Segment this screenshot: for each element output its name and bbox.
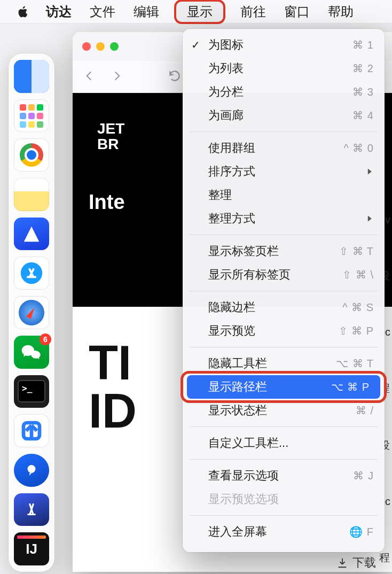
menu-item-label: 整理 (208, 187, 374, 203)
menubar-item-help[interactable]: 帮助 (325, 0, 357, 23)
menu-item[interactable]: 整理方式 (183, 207, 385, 230)
menu-item-label: 为画廊 (208, 107, 352, 123)
menu-separator (189, 131, 378, 132)
menu-item[interactable]: 显示所有标签页⇧ ⌘ \ (183, 263, 385, 286)
menu-separator (189, 426, 378, 427)
reload-button[interactable] (168, 69, 182, 85)
menu-item-label: 为列表 (208, 60, 352, 76)
menu-item-label: 显示预览 (208, 323, 339, 339)
menu-separator (189, 459, 378, 460)
menu-item-label: 显示路径栏 (208, 379, 331, 395)
menu-shortcut: ⌘ 1 (352, 38, 374, 51)
dock: 6 >_ IJ (9, 53, 54, 572)
menu-separator (189, 291, 378, 291)
sliver-text: 程 (379, 550, 392, 565)
dock-launchpad-icon[interactable] (14, 99, 49, 133)
check-icon: ✓ (191, 38, 200, 51)
menu-item[interactable]: 整理 (183, 183, 385, 207)
menu-shortcut: ⇧ ⌘ \ (342, 268, 374, 281)
menu-shortcut: ^ ⌘ S (342, 301, 374, 314)
menubar-item-view[interactable]: 显示 (174, 0, 225, 24)
logo-line2: BR (97, 136, 119, 152)
menu-shortcut: ⇧ ⌘ P (339, 324, 374, 337)
dock-appstore-dark-icon[interactable] (14, 493, 49, 526)
dock-upload-icon[interactable] (14, 414, 49, 447)
menu-shortcut: ⇧ ⌘ T (339, 245, 374, 258)
minimize-icon[interactable] (96, 42, 105, 51)
menu-item[interactable]: 显示状态栏⌘ / (183, 399, 385, 422)
menu-shortcut: ⌘ 3 (352, 86, 374, 98)
menu-item[interactable]: 进入全屏幕🌐 F (183, 520, 385, 544)
menu-item-label: 为图标 (208, 37, 352, 53)
menu-separator (189, 347, 378, 347)
menu-item-label: 显示所有标签页 (208, 267, 342, 283)
logo-line1: JET (97, 120, 124, 137)
menu-shortcut: ⌥ ⌘ T (336, 357, 374, 370)
chevron-right-icon (366, 212, 374, 226)
menu-item-label: 排序方式 (208, 164, 366, 180)
menu-shortcut: ⌘ / (356, 404, 374, 417)
dock-terminal-icon[interactable]: >_ (14, 375, 49, 408)
menubar-item-go[interactable]: 前往 (237, 0, 269, 23)
menu-item[interactable]: 排序方式 (183, 160, 385, 183)
menu-item[interactable]: 查看显示选项⌘ J (183, 464, 385, 487)
menu-item-label: 显示预览选项 (208, 491, 374, 507)
menu-item[interactable]: 显示预览⇧ ⌘ P (183, 319, 385, 343)
wechat-badge: 6 (40, 333, 51, 345)
menu-item-label: 进入全屏幕 (208, 524, 349, 540)
menubar-item-file[interactable]: 文件 (87, 0, 119, 23)
menu-separator (189, 235, 378, 235)
menu-shortcut: ⌘ 4 (352, 109, 374, 122)
menu-item[interactable]: 为列表⌘ 2 (183, 57, 385, 80)
download-button[interactable]: 下载 (336, 555, 376, 571)
menubar: 访达 文件 编辑 显示 前往 窗口 帮助 (0, 0, 392, 24)
menu-item[interactable]: 显示路径栏⌥ ⌘ P (187, 375, 380, 399)
dock-bubble-icon[interactable] (14, 454, 49, 487)
dock-intellij-icon[interactable]: IJ (14, 532, 49, 565)
menu-item: 显示预览选项 (183, 487, 385, 511)
menu-item-label: 自定义工具栏... (208, 435, 374, 451)
traffic-lights (82, 42, 119, 51)
menu-item[interactable]: 使用群组^ ⌘ 0 (183, 136, 385, 160)
menu-shortcut: ⌥ ⌘ P (331, 381, 370, 393)
menu-item[interactable]: ✓为图标⌘ 1 (183, 33, 385, 57)
menu-item[interactable]: 为分栏⌘ 3 (183, 80, 385, 104)
menu-item-label: 整理方式 (208, 211, 366, 227)
menu-item-label: 使用群组 (208, 140, 343, 156)
menu-item[interactable]: 隐藏边栏^ ⌘ S (183, 296, 385, 319)
menu-item-label: 隐藏工具栏 (208, 355, 336, 371)
dock-xcode-icon[interactable] (14, 218, 49, 251)
dock-chrome-icon[interactable] (14, 138, 49, 172)
zoom-icon[interactable] (110, 42, 119, 51)
dock-finder-icon[interactable] (14, 60, 49, 93)
dock-notes-icon[interactable] (14, 178, 49, 211)
menu-item[interactable]: 自定义工具栏... (183, 431, 385, 455)
dock-safari-icon[interactable] (14, 296, 49, 329)
menu-shortcut: ^ ⌘ 0 (343, 142, 374, 154)
back-button[interactable] (82, 69, 96, 85)
menu-shortcut: ⌘ J (353, 469, 374, 482)
menu-item-label: 为分栏 (208, 84, 352, 100)
menu-item-label: 显示标签页栏 (208, 243, 339, 259)
menu-item-label: 隐藏边栏 (208, 299, 342, 315)
menu-separator (189, 515, 378, 516)
menu-item[interactable]: 为画廊⌘ 4 (183, 104, 385, 127)
download-label: 下载 (352, 555, 376, 571)
menubar-app[interactable]: 访达 (43, 0, 75, 23)
close-icon[interactable] (82, 42, 91, 51)
forward-button[interactable] (110, 69, 124, 85)
view-menu-dropdown: ✓为图标⌘ 1为列表⌘ 2为分栏⌘ 3为画廊⌘ 4使用群组^ ⌘ 0排序方式整理… (183, 29, 385, 552)
menu-shortcut: ⌘ 2 (352, 62, 374, 75)
menu-item[interactable]: 隐藏工具栏⌥ ⌘ T (183, 352, 385, 375)
menu-item[interactable]: 显示标签页栏⇧ ⌘ T (183, 239, 385, 263)
menu-item-label: 显示状态栏 (208, 402, 356, 418)
menu-item-label: 查看显示选项 (208, 468, 353, 484)
chevron-right-icon (366, 165, 374, 179)
jetbrains-logo: JET BR (89, 114, 133, 159)
menu-shortcut: 🌐 F (349, 525, 374, 538)
menubar-item-window[interactable]: 窗口 (281, 0, 313, 23)
apple-icon[interactable] (16, 4, 31, 19)
dock-wechat-icon[interactable]: 6 (14, 336, 49, 369)
dock-appstore-icon[interactable] (14, 257, 49, 290)
menubar-item-edit[interactable]: 编辑 (130, 0, 162, 23)
